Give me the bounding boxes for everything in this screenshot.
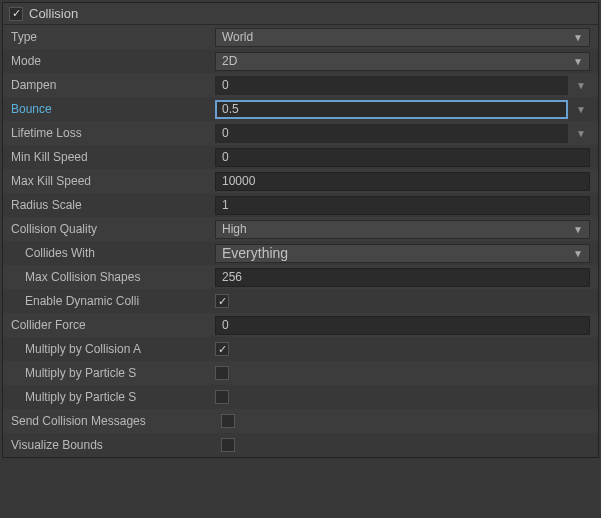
- label-bounce: Bounce: [11, 102, 211, 116]
- label-send-collision-messages: Send Collision Messages: [11, 414, 217, 428]
- collision-panel: Collision Type World ▼ Mode 2D ▼ Dampen: [2, 2, 599, 458]
- row-collision-quality: Collision Quality High ▼: [3, 217, 598, 241]
- lifetime-loss-value: 0: [222, 126, 229, 140]
- checkbox-multiply-by-particle-size[interactable]: [215, 390, 229, 404]
- label-radius-scale: Radius Scale: [11, 198, 211, 212]
- checkbox-send-collision-messages[interactable]: [221, 414, 235, 428]
- label-multiply-by-collision-angle: Multiply by Collision A: [11, 342, 211, 356]
- row-bounce: Bounce ▼: [3, 97, 598, 121]
- chevron-down-icon[interactable]: ▼: [572, 100, 590, 118]
- row-max-collision-shapes: Max Collision Shapes: [3, 265, 598, 289]
- row-multiply-by-particle-speed: Multiply by Particle S: [3, 361, 598, 385]
- label-multiply-by-particle-size: Multiply by Particle S: [11, 390, 211, 404]
- label-type: Type: [11, 30, 211, 44]
- dropdown-collides-with[interactable]: Everything ▼: [215, 244, 590, 263]
- chevron-down-icon: ▼: [573, 224, 583, 235]
- row-collider-force: Collider Force: [3, 313, 598, 337]
- label-enable-dynamic-colliders: Enable Dynamic Colli: [11, 294, 211, 308]
- dropdown-mode[interactable]: 2D ▼: [215, 52, 590, 71]
- label-min-kill-speed: Min Kill Speed: [11, 150, 211, 164]
- row-multiply-by-collision-angle: Multiply by Collision A: [3, 337, 598, 361]
- input-max-kill-speed[interactable]: [215, 172, 590, 191]
- dropdown-type[interactable]: World ▼: [215, 28, 590, 47]
- row-send-collision-messages: Send Collision Messages: [3, 409, 598, 433]
- chevron-down-icon[interactable]: ▼: [572, 124, 590, 142]
- label-collision-quality: Collision Quality: [11, 222, 211, 236]
- input-max-collision-shapes[interactable]: [215, 268, 590, 287]
- input-bounce[interactable]: [215, 100, 568, 119]
- row-mode: Mode 2D ▼: [3, 49, 598, 73]
- dropdown-type-value: World: [222, 30, 253, 44]
- chevron-down-icon: ▼: [573, 56, 583, 67]
- row-enable-dynamic-colliders: Enable Dynamic Colli: [3, 289, 598, 313]
- panel-header[interactable]: Collision: [3, 3, 598, 25]
- row-multiply-by-particle-size: Multiply by Particle S: [3, 385, 598, 409]
- checkbox-multiply-by-particle-speed[interactable]: [215, 366, 229, 380]
- label-max-collision-shapes: Max Collision Shapes: [11, 270, 211, 284]
- row-collides-with: Collides With Everything ▼: [3, 241, 598, 265]
- input-min-kill-speed[interactable]: [215, 148, 590, 167]
- row-visualize-bounds: Visualize Bounds: [3, 433, 598, 457]
- input-lifetime-loss[interactable]: 0: [215, 124, 568, 143]
- row-lifetime-loss: Lifetime Loss 0 ▼: [3, 121, 598, 145]
- label-collides-with: Collides With: [11, 246, 211, 260]
- input-radius-scale[interactable]: [215, 196, 590, 215]
- label-mode: Mode: [11, 54, 211, 68]
- chevron-down-icon: ▼: [573, 32, 583, 43]
- label-max-kill-speed: Max Kill Speed: [11, 174, 211, 188]
- label-multiply-by-particle-speed: Multiply by Particle S: [11, 366, 211, 380]
- checkbox-enable-dynamic-colliders[interactable]: [215, 294, 229, 308]
- dropdown-mode-value: 2D: [222, 54, 237, 68]
- panel-title: Collision: [29, 6, 78, 21]
- field-list: Type World ▼ Mode 2D ▼ Dampen 0: [3, 25, 598, 457]
- label-lifetime-loss: Lifetime Loss: [11, 126, 211, 140]
- label-visualize-bounds: Visualize Bounds: [11, 438, 217, 452]
- chevron-down-icon: ▼: [573, 248, 583, 259]
- label-collider-force: Collider Force: [11, 318, 211, 332]
- row-min-kill-speed: Min Kill Speed: [3, 145, 598, 169]
- dropdown-collision-quality[interactable]: High ▼: [215, 220, 590, 239]
- collision-enable-checkbox[interactable]: [9, 7, 23, 21]
- collides-with-value: Everything: [222, 245, 288, 261]
- checkbox-visualize-bounds[interactable]: [221, 438, 235, 452]
- input-dampen[interactable]: 0: [215, 76, 568, 95]
- label-dampen: Dampen: [11, 78, 211, 92]
- row-radius-scale: Radius Scale: [3, 193, 598, 217]
- input-collider-force[interactable]: [215, 316, 590, 335]
- dampen-value: 0: [222, 78, 229, 92]
- checkbox-multiply-by-collision-angle[interactable]: [215, 342, 229, 356]
- chevron-down-icon[interactable]: ▼: [572, 76, 590, 94]
- collision-quality-value: High: [222, 222, 247, 236]
- row-dampen: Dampen 0 ▼: [3, 73, 598, 97]
- row-type: Type World ▼: [3, 25, 598, 49]
- row-max-kill-speed: Max Kill Speed: [3, 169, 598, 193]
